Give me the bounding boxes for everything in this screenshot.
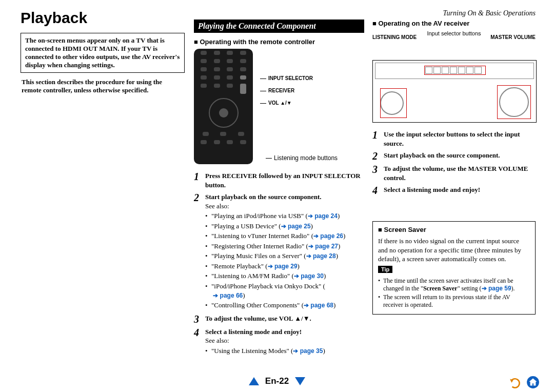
- callout-listening-mode: Listening mode buttons: [274, 154, 338, 162]
- screensaver-heading: Screen Saver: [378, 226, 530, 233]
- page-link[interactable]: page 29: [268, 263, 298, 270]
- running-header: Turning On & Basic Operations: [372, 9, 536, 17]
- page-link[interactable]: page 27: [308, 243, 338, 250]
- column-right: Turning On & Basic Operations Operating …: [372, 9, 536, 315]
- receiver-steps: 1Use the input selector buttons to selec…: [372, 130, 536, 195]
- see-also-list-2: "Using the Listening Modes" (page 35): [205, 346, 364, 356]
- page-link[interactable]: page 35: [293, 347, 323, 355]
- page-footer: En-22: [0, 374, 554, 389]
- tip-notes: The time until the screen saver activate…: [378, 277, 530, 309]
- page-link[interactable]: page 59: [482, 285, 511, 292]
- section-bar: Playing the Connected Component: [194, 19, 364, 33]
- remote-callouts: INPUT SELECTOR RECEIVER VOL ▲/▼: [260, 72, 313, 109]
- next-page-icon[interactable]: [295, 377, 305, 385]
- page-number: En-22: [265, 376, 289, 386]
- note-text-2: This section describes the procedure for…: [21, 78, 185, 94]
- back-icon[interactable]: [509, 376, 522, 389]
- callout-receiver: RECEIVER: [268, 88, 294, 93]
- note-box-1: The on-screen menus appear only on a TV …: [21, 33, 185, 73]
- see-also-list-1: "Playing an iPod/iPhone via USB" (page 2…: [205, 211, 364, 309]
- receiver-diagram: [372, 60, 537, 123]
- diag-label-lm: LISTENING MODE: [372, 34, 417, 40]
- screen-saver-box: Screen Saver If there is no video signal…: [372, 221, 536, 315]
- manual-page: Playback The on-screen menus appear only…: [0, 0, 554, 392]
- callout-input-selector: INPUT SELECTOR: [268, 75, 313, 81]
- tip-label: Tip: [378, 266, 392, 273]
- page-link[interactable]: page 68: [304, 302, 333, 309]
- page-link[interactable]: page 24: [308, 212, 338, 220]
- prev-page-icon[interactable]: [249, 377, 259, 385]
- page-link[interactable]: page 25: [281, 223, 311, 230]
- column-middle: Playing the Connected Component Operatin…: [194, 19, 364, 359]
- diag-label-mv: MASTER VOLUME: [490, 34, 536, 40]
- page-title: Playback: [21, 9, 185, 27]
- page-link[interactable]: page 66: [213, 292, 243, 299]
- page-link[interactable]: page 26: [313, 232, 343, 240]
- remote-controller-image: [194, 49, 253, 164]
- page-link[interactable]: page 28: [306, 252, 336, 260]
- remote-steps: 1 Press RECEIVER followed by an INPUT SE…: [194, 171, 364, 356]
- page-link[interactable]: page 30: [294, 272, 324, 280]
- remote-figure: INPUT SELECTOR RECEIVER VOL ▲/▼ Listenin…: [194, 49, 364, 168]
- screensaver-body: If there is no video signal on the curre…: [378, 237, 530, 264]
- subhead-receiver: Operating on the AV receiver: [372, 19, 536, 27]
- column-left: Playback The on-screen menus appear only…: [21, 9, 185, 94]
- home-icon[interactable]: [526, 376, 540, 389]
- callout-vol: VOL ▲/▼: [268, 100, 292, 106]
- subhead-remote: Operating with the remote controller: [194, 38, 364, 46]
